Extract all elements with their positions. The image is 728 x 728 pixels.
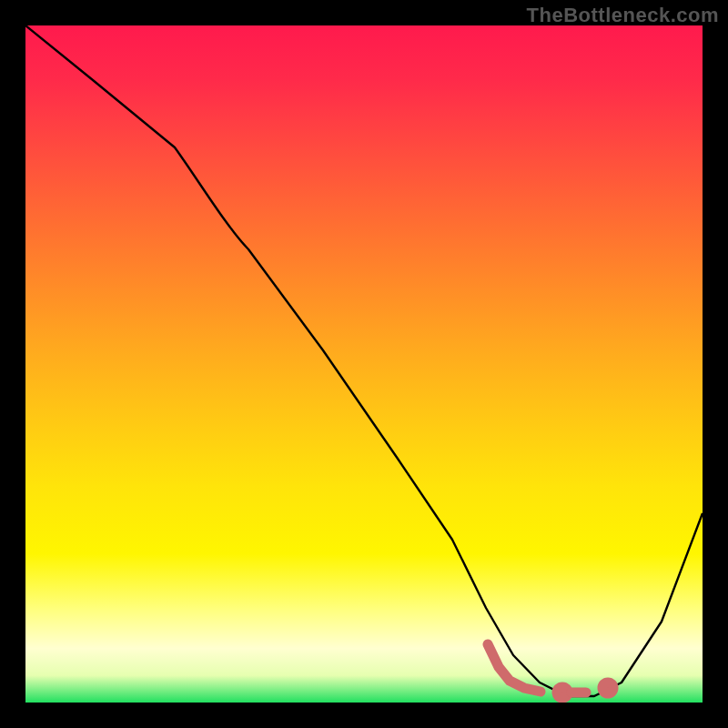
watermark-text: TheBottleneck.com [527, 4, 719, 27]
gradient-background [25, 25, 703, 703]
chart-frame: TheBottleneck.com [0, 0, 728, 728]
